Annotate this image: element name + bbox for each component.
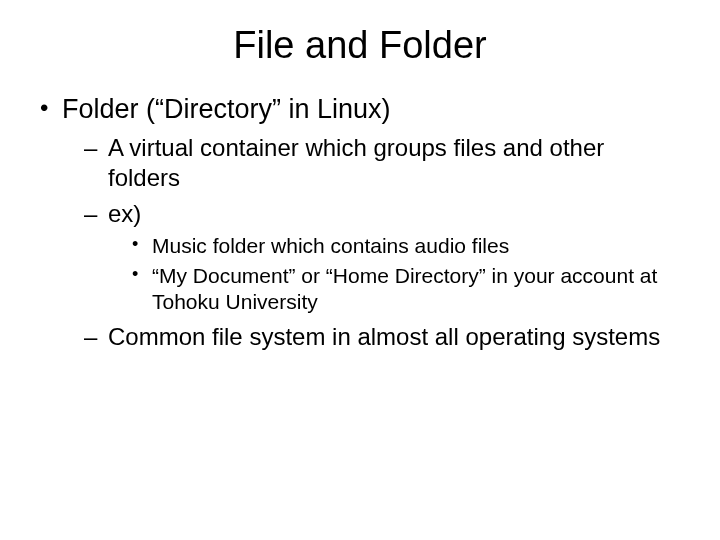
slide-body: Folder (“Directory” in Linux) A virtual …	[0, 75, 720, 352]
slide: File and Folder Folder (“Directory” in L…	[0, 0, 720, 540]
list-item: Music folder which contains audio files	[132, 233, 680, 259]
bullet-text: ex)	[108, 200, 141, 227]
slide-title: File and Folder	[0, 0, 720, 75]
bullet-text: A virtual container which groups files a…	[108, 134, 604, 191]
bullet-list-level3: Music folder which contains audio files …	[108, 233, 680, 316]
bullet-list-level1: Folder (“Directory” in Linux) A virtual …	[40, 93, 680, 352]
list-item: ex) Music folder which contains audio fi…	[84, 199, 680, 316]
list-item: “My Document” or “Home Directory” in you…	[132, 263, 680, 316]
list-item: A virtual container which groups files a…	[84, 133, 680, 193]
bullet-text: Music folder which contains audio files	[152, 234, 509, 257]
bullet-text: “My Document” or “Home Directory” in you…	[152, 264, 657, 313]
bullet-text: Common file system in almost all operati…	[108, 323, 660, 350]
list-item: Folder (“Directory” in Linux) A virtual …	[40, 93, 680, 352]
bullet-text: Folder (“Directory” in Linux)	[62, 94, 391, 124]
bullet-list-level2: A virtual container which groups files a…	[62, 133, 680, 352]
list-item: Common file system in almost all operati…	[84, 322, 680, 352]
